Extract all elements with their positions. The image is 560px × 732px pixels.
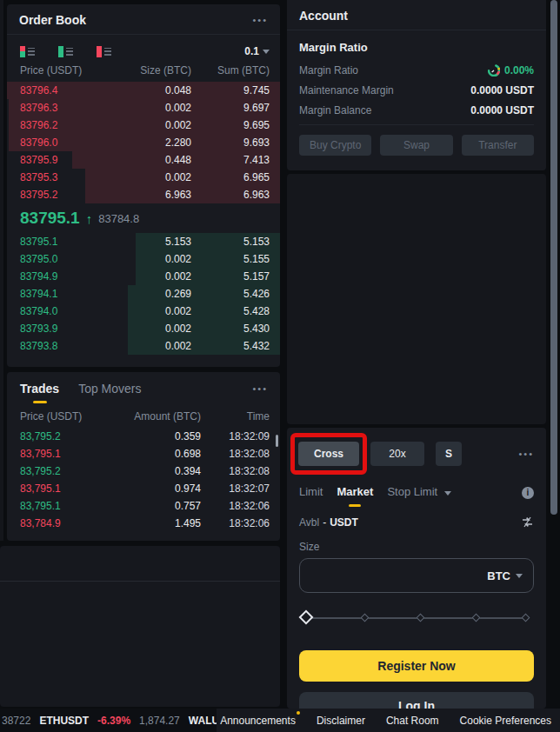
order-book-layout-asks-icon[interactable] (97, 46, 111, 57)
trade-row[interactable]: 83,795.20.39418:32:08 (7, 462, 280, 480)
notification-dot (297, 711, 300, 715)
col-sum: Sum (BTC) (191, 64, 270, 77)
margin-ratio-gauge-icon (488, 64, 500, 77)
trading-app-page: Order Book ••• 0.1 Price (USDT) Siz (0, 0, 560, 732)
chevron-down-icon (516, 574, 523, 578)
footer-ticker-strip: 38722 ETHUSDT -6.39% 1,874.27 WALUS (0, 715, 217, 727)
disclaimer-link[interactable]: Disclaimer (317, 715, 365, 727)
trade-row[interactable]: 83,795.10.97418:32:07 (7, 480, 280, 497)
bid-row[interactable]: 83793.90.0025.430 (7, 320, 280, 337)
ask-row[interactable]: 83795.26.9636.963 (7, 186, 280, 203)
ask-row[interactable]: 83796.30.0029.697 (7, 99, 280, 116)
ask-row[interactable]: 83795.90.4487.413 (7, 151, 280, 169)
footer-bar: 38722 ETHUSDT -6.39% 1,874.27 WALUS Anno… (0, 709, 560, 732)
bid-row[interactable]: 83794.90.0025.157 (7, 268, 280, 285)
maintenance-margin-row: Maintenance Margin 0.0000 USDT (299, 84, 534, 96)
ask-row[interactable]: 83796.20.0029.695 (7, 116, 280, 134)
tab-stop-limit[interactable]: Stop Limit (387, 485, 450, 507)
ask-row[interactable]: 83796.40.0489.745 (7, 82, 280, 99)
col-trade-time: Time (201, 410, 270, 423)
margin-mode-button[interactable]: Cross (298, 442, 359, 466)
margin-balance-row: Margin Balance 0.0000 USDT (299, 104, 534, 116)
announcements-link[interactable]: Announcements (220, 715, 296, 727)
order-book-title: Order Book (19, 13, 86, 27)
last-price-row[interactable]: 83795.1 ↑ 83784.8 (7, 203, 280, 233)
account-panel: Account Margin Ratio Margin Ratio 0.00% (287, 0, 546, 170)
buy-crypto-button[interactable]: Buy Crypto (299, 135, 371, 156)
ticker-prev-price[interactable]: 38722 (2, 715, 30, 727)
ticker-symbol[interactable]: ETHUSDT (39, 715, 89, 727)
bid-row[interactable]: 83793.80.0025.432 (7, 337, 280, 355)
avbl-label: Avbl (299, 516, 319, 529)
bid-row[interactable]: 83794.00.0025.428 (7, 303, 280, 320)
register-now-button[interactable]: Register Now (299, 650, 534, 682)
bid-row[interactable]: 83795.00.0025.155 (7, 250, 280, 268)
col-size: Size (BTC) (116, 64, 191, 77)
order-book-layout-bids-icon[interactable] (58, 46, 73, 57)
left-edge-panel-strip (0, 0, 5, 541)
size-input[interactable]: BTC (299, 558, 534, 593)
tab-limit[interactable]: Limit (299, 485, 323, 507)
margin-mode-label: Cross (314, 448, 343, 460)
bottom-left-panel (0, 546, 280, 707)
size-slider[interactable] (306, 612, 529, 624)
trade-row[interactable]: 83,795.10.69818:32:08 (7, 445, 280, 462)
tab-market[interactable]: Market (337, 485, 373, 507)
ask-row[interactable]: 83796.02.2809.693 (7, 134, 280, 151)
margin-ratio-row: Margin Ratio 0.00% (299, 64, 534, 77)
order-book-layout-both-icon[interactable] (20, 46, 35, 57)
ticker-change: -6.39% (97, 715, 130, 727)
empty-middle-panel (287, 174, 546, 424)
trades-panel: Trades Top Movers ••• Price (USDT) Amoun… (7, 372, 280, 541)
info-icon[interactable]: i (522, 487, 534, 499)
slider-tick-75[interactable] (472, 614, 481, 622)
precision-dropdown[interactable]: 0.1 (244, 45, 270, 57)
cookie-preferences-link[interactable]: Cookie Preferences (460, 715, 551, 727)
page-scrollbar-thumb[interactable] (550, 0, 557, 515)
transfer-button[interactable]: Transfer (462, 135, 534, 156)
page-scrollbar[interactable] (550, 0, 557, 709)
margin-ratio-section-title: Margin Ratio (299, 41, 534, 54)
order-book-more-icon[interactable]: ••• (252, 15, 268, 25)
panel-divider (0, 581, 280, 582)
bids-list: 83795.15.1535.153 83795.00.0025.155 8379… (7, 233, 280, 355)
trade-row[interactable]: 83,795.20.35918:32:09 (7, 428, 280, 445)
ticker-price: 1,874.27 (139, 715, 180, 727)
margin-ratio-value: 0.00% (504, 64, 534, 77)
slider-tick-50[interactable] (417, 614, 425, 622)
price-up-arrow-icon: ↑ (86, 211, 93, 226)
trade-row[interactable]: 83,784.91.49518:32:06 (7, 515, 280, 532)
trades-scrollbar-thumb[interactable] (276, 435, 278, 447)
s-mode-button[interactable]: S (436, 442, 462, 466)
asks-list: 83796.40.0489.745 83796.30.0029.697 8379… (7, 82, 280, 203)
maintenance-margin-value: 0.0000 USDT (470, 84, 534, 96)
size-unit-dropdown[interactable]: BTC (487, 569, 510, 582)
ticker-next-symbol[interactable]: WALUS (189, 715, 217, 727)
ask-row[interactable]: 83795.30.0026.965 (7, 169, 280, 186)
tab-top-movers[interactable]: Top Movers (78, 382, 141, 403)
order-book-panel: Order Book ••• 0.1 Price (USDT) Siz (7, 4, 280, 367)
bid-row[interactable]: 83795.15.1535.153 (7, 233, 280, 250)
trade-row[interactable]: 83,795.10.75718:32:06 (7, 497, 280, 515)
footer-links: Announcements Disclaimer Chat Room Cooki… (217, 709, 560, 732)
bid-row[interactable]: 83794.10.2695.426 (7, 285, 280, 303)
trade-form-more-icon[interactable]: ••• (518, 449, 534, 459)
account-title: Account (299, 9, 348, 23)
slider-handle[interactable] (299, 610, 314, 625)
leverage-button[interactable]: 20x (370, 442, 424, 466)
trade-form-panel: Cross 20x S ••• Limit Market Stop Limit … (287, 428, 546, 709)
col-trade-amount: Amount (BTC) (123, 410, 201, 423)
margin-balance-value: 0.0000 USDT (470, 104, 534, 116)
trades-more-icon[interactable]: ••• (252, 383, 268, 402)
slider-tick-25[interactable] (361, 614, 370, 622)
col-trade-price: Price (USDT) (20, 410, 123, 423)
size-label: Size (287, 529, 546, 558)
slider-tick-100[interactable] (522, 614, 530, 622)
chevron-down-icon (263, 50, 270, 54)
chat-room-link[interactable]: Chat Room (386, 715, 439, 727)
tab-trades[interactable]: Trades (20, 382, 59, 403)
swap-button[interactable]: Swap (380, 135, 452, 156)
precision-value: 0.1 (244, 45, 259, 57)
col-price: Price (USDT) (20, 64, 116, 77)
unit-convert-icon[interactable] (521, 516, 534, 529)
